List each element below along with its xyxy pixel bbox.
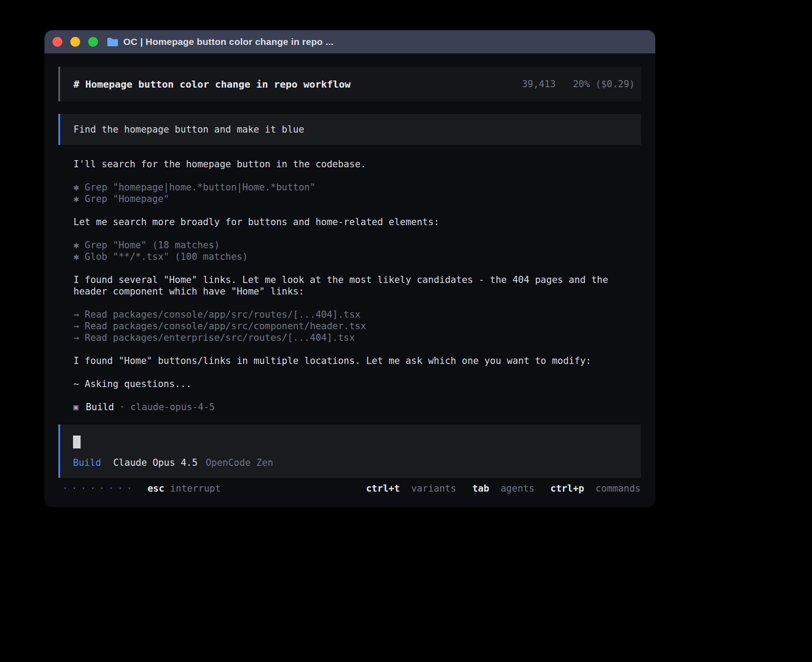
variants-label: variants xyxy=(411,483,456,494)
shortcut-commands: ctrl+p commands xyxy=(550,483,641,494)
session-header: # Homepage button color change in repo w… xyxy=(58,67,641,101)
build-status-icon: ▣ xyxy=(73,401,78,413)
model-id: claude-opus-4-5 xyxy=(130,401,215,413)
close-button[interactable] xyxy=(53,37,62,47)
tool-call-glob: ✱ Glob "**/*.tsx" (100 matches) xyxy=(73,251,641,262)
traffic-lights xyxy=(53,37,98,47)
statusbar: ········ esc interrupt ctrl+t variants t… xyxy=(58,483,641,494)
agent-status-row: ▣ Build · claude-opus-4-5 xyxy=(73,401,641,413)
commands-label: commands xyxy=(596,483,641,494)
agent-name: Build xyxy=(86,401,114,413)
agents-label: agents xyxy=(500,483,534,494)
tool-call-read: → Read packages/console/app/src/componen… xyxy=(73,320,641,332)
shortcut-variants: ctrl+t variants xyxy=(366,483,456,494)
spinner-dots: ········ xyxy=(62,483,136,494)
separator-dot: · xyxy=(119,401,125,413)
agent-mode-label: Build xyxy=(73,457,101,468)
assistant-status-message: ~ Asking questions... xyxy=(73,378,641,390)
tool-call-read: → Read packages/enterprise/src/routes/[.… xyxy=(73,332,641,343)
esc-action-label: interrupt xyxy=(170,483,221,494)
session-stats: 39,413 20% ($0.29) xyxy=(522,79,635,89)
titlebar: OC | Homepage button color change in rep… xyxy=(45,30,655,53)
zoom-button[interactable] xyxy=(88,37,98,47)
message-input[interactable]: Build Claude Opus 4.5 OpenCode Zen xyxy=(58,424,641,478)
window-title: OC | Homepage button color change in rep… xyxy=(123,36,333,47)
minimize-button[interactable] xyxy=(70,37,80,47)
tool-call-grep: ✱ Grep "Home" (18 matches) xyxy=(73,239,641,251)
ctrl-p-key-hint: ctrl+p xyxy=(550,483,584,494)
shortcut-agents: tab agents xyxy=(472,483,534,494)
token-count: 39,413 xyxy=(522,79,556,89)
user-message: Find the homepage button and make it blu… xyxy=(58,114,641,145)
user-message-text: Find the homepage button and make it blu… xyxy=(73,124,304,135)
assistant-message: I'll search for the homepage button in t… xyxy=(73,158,641,170)
folder-icon xyxy=(107,37,118,47)
tool-call-grep: ✱ Grep "homepage|home.*button|Home.*butt… xyxy=(73,182,641,193)
provider-name: OpenCode Zen xyxy=(206,457,273,468)
tab-key-hint: tab xyxy=(472,483,489,494)
esc-key-hint: esc xyxy=(147,483,164,494)
transcript: I'll search for the homepage button in t… xyxy=(58,158,641,413)
assistant-message: Let me search more broadly for buttons a… xyxy=(73,216,641,228)
terminal-content: # Homepage button color change in repo w… xyxy=(45,53,655,494)
context-usage: 20% ($0.29) xyxy=(573,79,635,89)
model-name: Claude Opus 4.5 xyxy=(113,457,198,468)
assistant-message: I found "Home" buttons/links in multiple… xyxy=(73,355,641,367)
terminal-window: OC | Homepage button color change in rep… xyxy=(45,30,655,507)
session-title: # Homepage button color change in repo w… xyxy=(73,79,351,90)
assistant-message: I found several "Home" links. Let me loo… xyxy=(73,274,641,297)
tool-call-grep: ✱ Grep "Homepage" xyxy=(73,193,641,205)
model-row: Build Claude Opus 4.5 OpenCode Zen xyxy=(73,457,628,468)
ctrl-t-key-hint: ctrl+t xyxy=(366,483,400,494)
tool-call-read: → Read packages/console/app/src/routes/[… xyxy=(73,309,641,320)
text-cursor xyxy=(73,436,81,448)
